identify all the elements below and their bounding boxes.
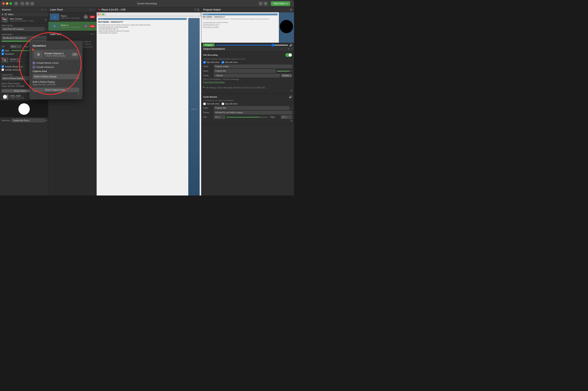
placer1-audio-button[interactable]: 🔊 <box>83 15 88 19</box>
include-mouse-checkbox-popup[interactable] <box>33 62 35 64</box>
right-panel: Program Output ⊡ mimoLive New Update – m… <box>201 7 294 196</box>
popup-help-icon[interactable]: ? <box>33 93 79 96</box>
close-button[interactable] <box>2 2 5 5</box>
source-main-camera[interactable]: 📷 Main Camera FaceTime HD Camera – MacB.… <box>0 16 48 23</box>
program-preview: mimoLive New Update – mimoLive 6.7 We're… <box>201 12 294 46</box>
window-title: Screen Recording <box>137 2 157 5</box>
left-channel-select[interactable]: Ch. 1 <box>10 45 22 48</box>
add-output-button[interactable]: + <box>288 48 289 50</box>
window-icon-1[interactable]: ⊞ <box>14 2 18 5</box>
include-mimolive-checkbox[interactable] <box>1 69 4 71</box>
program-controls: Program 🔊 <box>201 43 294 46</box>
video-group-header: ▼ 📷 Video <box>0 12 48 16</box>
main-camera-thumb: 📷 <box>1 17 8 22</box>
preview-content: mimoLive New Update – mimoLive 6.7 We're… <box>97 12 201 196</box>
circle-mask-thumb <box>1 94 8 99</box>
start-show-button[interactable]: Start Show ▼ <box>271 1 290 6</box>
chevron-down-icon: ▼ <box>286 3 288 4</box>
start-with-show-check-2[interactable]: Start with show <box>203 102 219 105</box>
remove-output-button[interactable]: − <box>291 48 292 50</box>
placer-help-button[interactable]: ? <box>194 8 196 11</box>
video-icon: 📷 <box>4 13 7 15</box>
layer-placer-1[interactable]: 👤 Placer Main Came...ustomized) 🔊 Live <box>48 12 96 22</box>
file-recording-toggle[interactable] <box>285 53 292 57</box>
video-output-select[interactable]: Program Output <box>214 65 292 68</box>
audio-monitor-title: Audio Monitor 🔊 <box>203 95 292 98</box>
window-icon-2 <box>19 2 19 5</box>
window-icon-3[interactable]: ✕ <box>20 2 24 5</box>
show-recordings-link[interactable]: Show Recent Recordings <box>203 81 292 83</box>
live-indicator <box>99 9 100 10</box>
show-capture-area-popup-button[interactable]: Show Capture Area... <box>33 88 79 92</box>
minimize-button[interactable] <box>6 2 8 5</box>
placer1-thumb: 👤 <box>50 13 59 20</box>
popup-display-select[interactable]: Built-in Retina Display <box>33 74 79 79</box>
traffic-lights <box>2 2 12 5</box>
layer-placer-2[interactable]: 🖥 Placer 2 Screen Sou...(Fullscreen) 🔊 L… <box>48 22 96 31</box>
output-destinations: Output Destinations + − File Recording ~… <box>201 46 294 196</box>
audio-monitor-section: Audio Monitor 🔊 ✓ AirPods Pro von Steffe… <box>201 94 294 124</box>
source-options-icon[interactable]: ⚙ <box>45 18 47 21</box>
add-source-button[interactable]: + <box>42 8 43 11</box>
audio-monitor-icon-button[interactable]: 🔊 <box>289 95 292 98</box>
stop-with-show-check-1[interactable]: Stop with show <box>222 61 238 64</box>
file-recording-title: File Recording <box>203 53 292 57</box>
gain-checkbox[interactable] <box>1 49 4 52</box>
remove-layer-set-button[interactable]: − <box>93 33 95 35</box>
right2-channel-select[interactable]: Ch. 2 <box>281 115 292 119</box>
audio-monitor-select[interactable]: Program Mix <box>214 106 289 110</box>
audio-output-select[interactable]: Program Mix <box>214 69 276 73</box>
placer2-live-badge: Live <box>90 25 95 27</box>
stop-with-show-check-2[interactable]: Stop with show <box>222 102 238 105</box>
video-device-select[interactable]: FaceTime HD Camera <box>1 27 44 31</box>
program-expand-button[interactable]: ⊡ <box>290 8 292 11</box>
dynamics-checkbox[interactable] <box>1 53 4 55</box>
reference-select[interactable]: Copied into Docu... <box>11 118 45 122</box>
placer1-live-badge: Live <box>90 15 95 18</box>
source-preview-thumb <box>0 100 48 117</box>
include-mouse-row[interactable]: Include Mouse Cursor <box>33 62 79 64</box>
preview-area: mimoLive New Update – mimoLive 6.7 We're… <box>97 12 201 196</box>
fx-button[interactable]: FX <box>72 53 78 56</box>
program-volume-button[interactable]: 🔊 <box>289 44 292 46</box>
placer2-thumb: 🖥 <box>50 23 59 30</box>
include-mimolive-checkbox-popup[interactable] <box>33 66 35 69</box>
choose-folder-button[interactable]: Choose... <box>281 74 292 77</box>
left2-channel-select[interactable]: Ch. 1 <box>214 115 225 119</box>
folder-select[interactable]: ~/Movies <box>214 74 280 77</box>
program-audio-slider[interactable] <box>216 45 288 46</box>
sources-header: Sources + − <box>0 7 48 12</box>
left-channel-slider[interactable] <box>226 117 268 117</box>
remove-layer-button[interactable]: − <box>93 8 95 11</box>
screen-source-thumb: 🖥 <box>1 57 8 63</box>
program-button[interactable]: Program <box>203 43 215 46</box>
audio-device-select[interactable]: MacBook Air Microphone <box>1 36 47 40</box>
remove-audio-monitor-button[interactable]: − <box>291 107 292 109</box>
chevron-icon: ▼ <box>1 13 3 15</box>
audio-output-slider[interactable] <box>277 71 292 72</box>
include-mimolive-row[interactable]: Include mimoLive <box>33 66 79 69</box>
include-mouse-checkbox[interactable] <box>1 65 4 68</box>
add-layer-button[interactable]: + <box>90 8 91 11</box>
device-select[interactable]: AirPods Pro von Steffen (unavail... <box>214 111 292 114</box>
center-panel: Placer 2 (v1.87) – LIVE ? ⊡ <box>97 7 201 196</box>
remove-video-device-button[interactable]: − <box>45 28 47 30</box>
reference-info-button[interactable]: ℹ <box>46 119 47 121</box>
sources-panel: Sources + − ▼ 📷 Video 📷 Main Camera <box>0 7 48 196</box>
placer2-audio-button[interactable]: 🔊 <box>83 24 88 28</box>
placer-expand-button[interactable]: ⊡ <box>197 8 199 11</box>
window-icon-5[interactable]: ⊡ <box>30 2 34 5</box>
window-icon-4[interactable]: ⏭ <box>25 2 29 5</box>
browser-toolbar <box>97 12 201 16</box>
file-recording-section: File Recording ~/Movies, Program Output … <box>201 52 294 94</box>
program-output-section: Program Output ⊡ mimoLive New Update – m… <box>201 7 294 46</box>
remove-source-button[interactable]: − <box>45 8 46 11</box>
audio-monitor-help-button[interactable]: ? <box>291 120 292 122</box>
start-with-show-check-1[interactable]: Start with show <box>203 61 219 64</box>
maximize-button[interactable] <box>9 2 12 5</box>
popup-source-header: 🖥 Screen Source 1 ▼ Built-in Retina Disp… <box>33 49 79 59</box>
layout-icon-2[interactable]: ⊞ <box>264 2 267 5</box>
layout-icon-1[interactable]: ⊡ <box>259 2 262 5</box>
file-recording-help-button[interactable]: ? <box>291 90 292 92</box>
add-layer-set-button[interactable]: + <box>91 33 93 35</box>
